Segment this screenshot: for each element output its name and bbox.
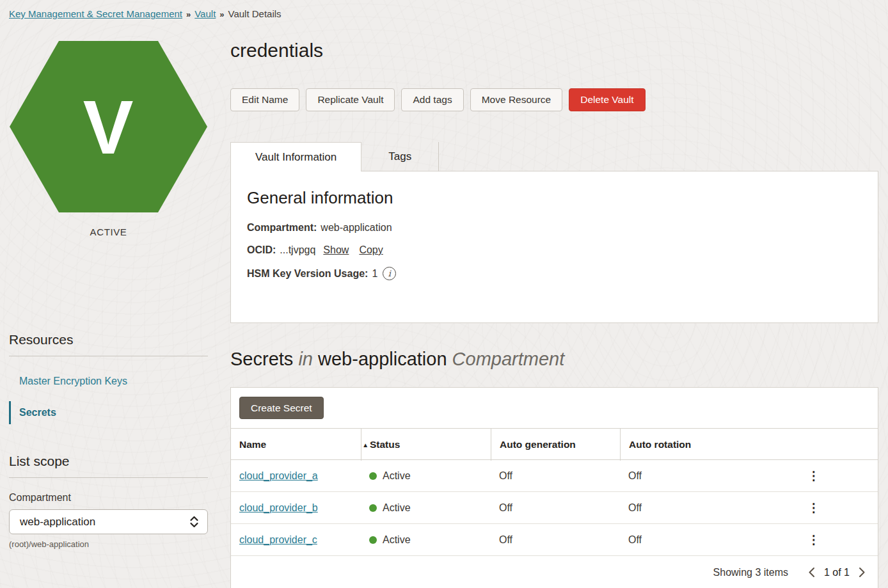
create-secret-button[interactable]: Create Secret bbox=[239, 397, 324, 419]
table-row: cloud_provider_a Active Off Off ⋮ bbox=[231, 460, 878, 492]
resources-heading: Resources bbox=[9, 332, 208, 347]
auto-rotation-value: Off bbox=[620, 470, 750, 482]
hsm-field-label: HSM Key Version Usage: bbox=[247, 268, 368, 280]
secrets-heading-in: in bbox=[298, 349, 313, 369]
breadcrumb: Key Management & Secret Management»Vault… bbox=[0, 0, 888, 24]
ocid-row: OCID: ...tjvpgq Show Copy bbox=[247, 244, 862, 256]
compartment-row: Compartment: web-application bbox=[247, 222, 862, 234]
auto-rotation-value: Off bbox=[620, 502, 750, 514]
table-row: cloud_provider_c Active Off Off ⋮ bbox=[231, 524, 878, 556]
secrets-toolbar: Create Secret bbox=[231, 388, 878, 428]
column-header-auto-rotation[interactable]: Auto rotation bbox=[620, 429, 750, 461]
compartment-path: (root)/web-application bbox=[9, 539, 208, 549]
compartment-field-value: web-application bbox=[321, 222, 392, 234]
vault-badge: V ACTIVE bbox=[9, 41, 208, 237]
divider bbox=[9, 356, 208, 356]
secrets-heading-prefix: Secrets bbox=[230, 349, 293, 369]
secret-link[interactable]: cloud_provider_b bbox=[239, 502, 318, 514]
status-active-icon bbox=[369, 504, 377, 512]
delete-vault-button[interactable]: Delete Vault bbox=[569, 88, 645, 111]
secret-link[interactable]: cloud_provider_c bbox=[239, 534, 317, 546]
general-information-heading: General information bbox=[247, 188, 862, 208]
hsm-key-version-row: HSM Key Version Usage: 1 bbox=[247, 267, 862, 280]
vault-actions: Edit Name Replicate Vault Add tags Move … bbox=[230, 88, 878, 111]
tab-bar: Vault Information Tags bbox=[230, 142, 878, 171]
compartment-field-label: Compartment: bbox=[247, 222, 317, 234]
secret-link[interactable]: cloud_provider_a bbox=[239, 470, 318, 482]
status-label: Active bbox=[383, 470, 411, 482]
secrets-heading-compartment-name: web-application bbox=[318, 349, 447, 369]
main-content: credentials Edit Name Replicate Vault Ad… bbox=[230, 24, 878, 588]
page-indicator: 1 of 1 bbox=[824, 567, 850, 578]
chevron-up-down-icon bbox=[189, 516, 200, 528]
auto-generation-value: Off bbox=[491, 502, 620, 514]
auto-generation-value: Off bbox=[491, 470, 620, 482]
ocid-field-value: ...tjvpgq bbox=[280, 244, 315, 256]
secrets-table-card: Create Secret Name ▲ Status Auto generat… bbox=[230, 387, 878, 588]
pagination: 1 of 1 bbox=[807, 567, 866, 578]
hsm-field-value: 1 bbox=[372, 268, 377, 280]
breadcrumb-separator-icon: » bbox=[219, 10, 224, 19]
breadcrumb-current: Vault Details bbox=[228, 8, 281, 19]
breadcrumb-link-key-management[interactable]: Key Management & Secret Management bbox=[9, 8, 182, 19]
ocid-show-link[interactable]: Show bbox=[323, 244, 349, 256]
compartment-label: Compartment bbox=[9, 492, 208, 504]
replicate-vault-button[interactable]: Replicate Vault bbox=[306, 88, 395, 111]
sidebar-item-master-encryption-keys[interactable]: Master Encryption Keys bbox=[9, 373, 208, 390]
column-header-status[interactable]: Status bbox=[361, 429, 491, 461]
secrets-heading: Secrets in web-application Compartment bbox=[230, 349, 878, 370]
vault-status-label: ACTIVE bbox=[9, 226, 208, 237]
column-header-name[interactable]: Name ▲ bbox=[231, 429, 361, 461]
table-header-row: Name ▲ Status Auto generation Auto rotat… bbox=[231, 428, 878, 460]
status-active-icon bbox=[369, 536, 377, 544]
table-footer: Showing 3 items 1 of 1 bbox=[231, 556, 878, 588]
next-page-icon[interactable] bbox=[858, 567, 866, 578]
row-actions-menu-icon[interactable]: ⋮ bbox=[802, 498, 827, 518]
tab-vault-information[interactable]: Vault Information bbox=[230, 142, 361, 171]
compartment-select[interactable]: web-application bbox=[9, 509, 208, 534]
add-tags-button[interactable]: Add tags bbox=[401, 88, 463, 111]
ocid-copy-link[interactable]: Copy bbox=[359, 244, 383, 256]
showing-items-label: Showing 3 items bbox=[713, 567, 788, 578]
tab-tags[interactable]: Tags bbox=[361, 142, 439, 171]
list-scope-heading: List scope bbox=[9, 454, 208, 469]
vault-initial: V bbox=[83, 85, 134, 170]
divider bbox=[9, 477, 208, 478]
status-label: Active bbox=[383, 534, 411, 546]
row-actions-menu-icon[interactable]: ⋮ bbox=[802, 466, 827, 486]
compartment-select-value: web-application bbox=[20, 516, 95, 528]
resources-section: Resources Master Encryption Keys Secrets bbox=[9, 332, 208, 424]
vault-information-panel: General information Compartment: web-app… bbox=[230, 171, 878, 323]
row-actions-menu-icon[interactable]: ⋮ bbox=[802, 530, 827, 550]
auto-rotation-value: Off bbox=[620, 534, 750, 546]
breadcrumb-separator-icon: » bbox=[186, 10, 191, 19]
previous-page-icon[interactable] bbox=[807, 567, 816, 578]
column-header-auto-generation[interactable]: Auto generation bbox=[491, 429, 620, 461]
sidebar-item-secrets[interactable]: Secrets bbox=[9, 401, 208, 424]
status-active-icon bbox=[369, 472, 377, 480]
breadcrumb-link-vault[interactable]: Vault bbox=[194, 8, 216, 19]
info-icon[interactable] bbox=[383, 267, 396, 280]
move-resource-button[interactable]: Move Resource bbox=[470, 88, 563, 111]
ocid-field-label: OCID: bbox=[247, 244, 276, 256]
vault-hexagon-icon: V bbox=[10, 41, 207, 212]
column-header-actions bbox=[750, 429, 878, 461]
page-title: credentials bbox=[230, 40, 878, 61]
column-header-name-label: Name bbox=[239, 439, 266, 450]
edit-name-button[interactable]: Edit Name bbox=[230, 88, 299, 111]
secrets-heading-suffix: Compartment bbox=[452, 349, 565, 369]
auto-generation-value: Off bbox=[491, 534, 620, 546]
list-scope-section: List scope Compartment web-application (… bbox=[9, 454, 208, 549]
status-label: Active bbox=[383, 502, 411, 514]
table-row: cloud_provider_b Active Off Off ⋮ bbox=[231, 492, 878, 524]
sidebar: V ACTIVE Resources Master Encryption Key… bbox=[9, 24, 208, 588]
